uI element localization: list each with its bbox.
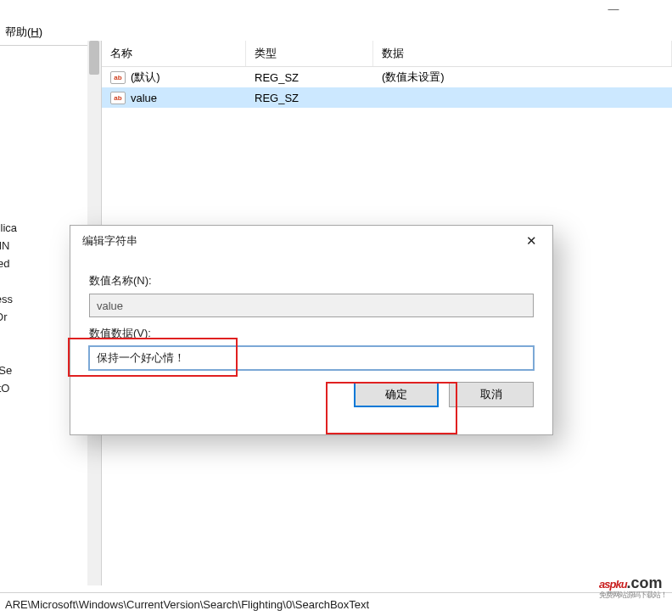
- dialog-backdrop: 编辑字符串 ✕ 数值名称(N): 数值数据(V): 确定 取消: [0, 0, 672, 616]
- dialog-titlebar[interactable]: 编辑字符串 ✕: [70, 226, 552, 256]
- dialog-title: 编辑字符串: [82, 233, 137, 249]
- watermark: aspku.com 免费网站源码下载站！: [599, 563, 667, 601]
- value-name-label: 数值名称(N):: [89, 273, 534, 288]
- ok-button[interactable]: 确定: [354, 382, 439, 407]
- value-data-label: 数值数据(V):: [89, 326, 534, 341]
- cancel-button[interactable]: 取消: [449, 382, 534, 407]
- value-name-input[interactable]: [89, 294, 534, 317]
- value-data-input[interactable]: [89, 346, 534, 370]
- dialog-close-button[interactable]: ✕: [513, 229, 549, 253]
- edit-string-dialog: 编辑字符串 ✕ 数值名称(N): 数值数据(V): 确定 取消: [70, 225, 553, 435]
